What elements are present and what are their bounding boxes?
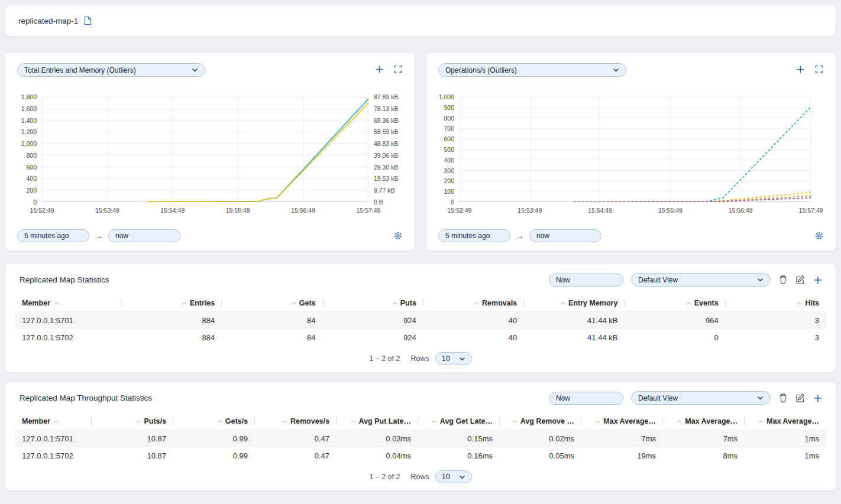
edit-view-button[interactable] xyxy=(795,275,806,285)
axis-tick: 500 xyxy=(444,146,454,153)
table-row: 127.0.0.1:5701884849244041.44 kB9643 xyxy=(15,312,826,330)
cell: 10.87 xyxy=(92,447,173,464)
trash-icon xyxy=(778,393,788,403)
column-header-gets[interactable]: Gets xyxy=(222,295,322,312)
series-yellow-dashed xyxy=(574,193,811,202)
column-header-max-average[interactable]: Max Average… xyxy=(663,413,745,430)
column-header-removals[interactable]: Removals xyxy=(423,295,524,312)
axis-tick: 39.06 kB xyxy=(374,152,398,159)
cell: 7ms xyxy=(663,430,745,448)
rows-per-page-select[interactable]: 10 xyxy=(435,470,472,483)
chart-actions xyxy=(796,64,824,74)
view-select-value: Default View xyxy=(638,394,678,402)
axis-tick: 200 xyxy=(444,177,454,184)
y-axis-right xyxy=(811,97,824,202)
config-document-button[interactable] xyxy=(83,16,92,25)
axis-tick: 15:55:49 xyxy=(226,207,250,214)
expand-chart-button[interactable] xyxy=(814,64,824,74)
add-widget-button[interactable] xyxy=(813,275,823,285)
column-header-member[interactable]: Member xyxy=(15,413,92,430)
pagination-range: 1 – 2 of 2 xyxy=(369,473,400,481)
axis-tick: 1,600 xyxy=(21,105,37,112)
sort-caret-icon xyxy=(182,302,187,305)
column-header-hits[interactable]: Hits xyxy=(726,295,826,312)
sort-caret-icon xyxy=(54,420,59,423)
range-arrow-icon: → xyxy=(95,231,103,240)
time-from-input[interactable]: 5 minutes ago xyxy=(438,229,510,242)
plus-icon xyxy=(813,394,823,403)
pagination: 1 – 2 of 2 Rows 10 xyxy=(15,470,826,483)
chart-metric-select[interactable]: Total Entries and Memory (Outliers) xyxy=(17,63,205,77)
chart-metric-select-value: Total Entries and Memory (Outliers) xyxy=(24,66,136,74)
chart-metric-select[interactable]: Operations/s (Outliers) xyxy=(438,63,626,77)
sort-caret-icon xyxy=(686,302,691,305)
column-header-puts-s[interactable]: Puts/s xyxy=(92,413,173,430)
axis-tick: 600 xyxy=(26,164,37,171)
table-title: Replicated Map Throughput Statistics xyxy=(20,394,152,402)
sort-caret-icon xyxy=(351,420,356,423)
axis-tick: 15:56:49 xyxy=(729,207,753,214)
column-header-puts[interactable]: Puts xyxy=(323,295,423,312)
cell: 0.99 xyxy=(173,447,255,464)
chevron-down-icon xyxy=(757,396,764,400)
entries-memory-chart-card: Total Entries and Memory (Outliers) 1,80… xyxy=(5,52,415,251)
time-from-input[interactable]: 5 minutes ago xyxy=(17,229,89,242)
cell: 924 xyxy=(323,312,423,330)
time-to-input[interactable]: now xyxy=(529,229,601,242)
cell: 84 xyxy=(222,329,322,346)
add-widget-button[interactable] xyxy=(813,394,823,403)
table-title: Replicated Map Statistics xyxy=(20,275,109,284)
time-filter-input[interactable]: Now xyxy=(549,392,623,405)
cell: 0.47 xyxy=(255,430,337,448)
rows-label: Rows xyxy=(410,355,429,363)
view-select[interactable]: Default View xyxy=(631,391,771,405)
edit-view-button[interactable] xyxy=(795,393,806,403)
operations-chart-card: Operations/s (Outliers) 1,00090080070060… xyxy=(426,52,836,251)
column-header-gets-s[interactable]: Gets/s xyxy=(173,413,255,430)
axis-tick: 29.30 kB xyxy=(374,164,398,171)
delete-view-button[interactable] xyxy=(778,275,788,285)
table-card-header: Replicated Map Throughput Statistics Now… xyxy=(15,391,826,405)
chart-settings-button[interactable] xyxy=(814,231,824,240)
axis-tick: 48.83 kB xyxy=(374,140,398,147)
time-to-input[interactable]: now xyxy=(108,229,180,242)
expand-icon xyxy=(814,64,824,74)
cell: 40 xyxy=(423,329,524,346)
column-header-avg-put-late[interactable]: Avg Put Late… xyxy=(337,413,418,430)
y-axis-left: 1,0009008007006005004003002001000 xyxy=(438,97,460,202)
column-header-max-average[interactable]: Max Average… xyxy=(745,413,826,430)
table-row: 127.0.0.1:570210.870.990.470.04ms0.16ms0… xyxy=(15,447,826,464)
column-header-max-average[interactable]: Max Average… xyxy=(581,413,663,430)
column-header-avg-get-late[interactable]: Avg Get Late… xyxy=(418,413,500,430)
column-header-entry-memory[interactable]: Entry Memory xyxy=(524,295,625,312)
cell: 0.03ms xyxy=(337,430,418,448)
column-header-events[interactable]: Events xyxy=(625,295,725,312)
rows-per-page-select[interactable]: 10 xyxy=(435,352,472,365)
delete-view-button[interactable] xyxy=(778,393,788,403)
sort-caret-icon xyxy=(797,302,802,305)
axis-tick: 100 xyxy=(444,188,454,195)
cell: 0.15ms xyxy=(418,430,500,448)
cell: 10.87 xyxy=(92,430,173,448)
chart-plot xyxy=(42,97,368,202)
add-chart-button[interactable] xyxy=(796,65,805,74)
table-controls: Now Default View xyxy=(549,391,823,405)
add-chart-button[interactable] xyxy=(375,65,384,74)
page-header: replicated-map-1 xyxy=(5,5,836,37)
column-header-member[interactable]: Member xyxy=(15,295,121,312)
column-header-removes-s[interactable]: Removes/s xyxy=(255,413,337,430)
column-header-entries[interactable]: Entries xyxy=(121,295,222,312)
table-row: 127.0.0.1:570110.870.990.470.03ms0.15ms0… xyxy=(15,430,826,448)
cell: 19ms xyxy=(581,447,663,464)
cell: 0.16ms xyxy=(418,447,500,464)
expand-chart-button[interactable] xyxy=(393,64,403,74)
axis-tick: 400 xyxy=(26,175,37,182)
column-header-avg-remove[interactable]: Avg Remove … xyxy=(500,413,581,430)
chart-actions xyxy=(375,64,403,74)
chevron-down-icon xyxy=(613,68,619,72)
chart-settings-button[interactable] xyxy=(393,231,403,240)
view-select[interactable]: Default View xyxy=(631,273,771,287)
axis-tick: 58.59 kB xyxy=(374,128,398,135)
time-filter-input[interactable]: Now xyxy=(549,274,623,287)
sort-caret-icon xyxy=(54,302,59,305)
